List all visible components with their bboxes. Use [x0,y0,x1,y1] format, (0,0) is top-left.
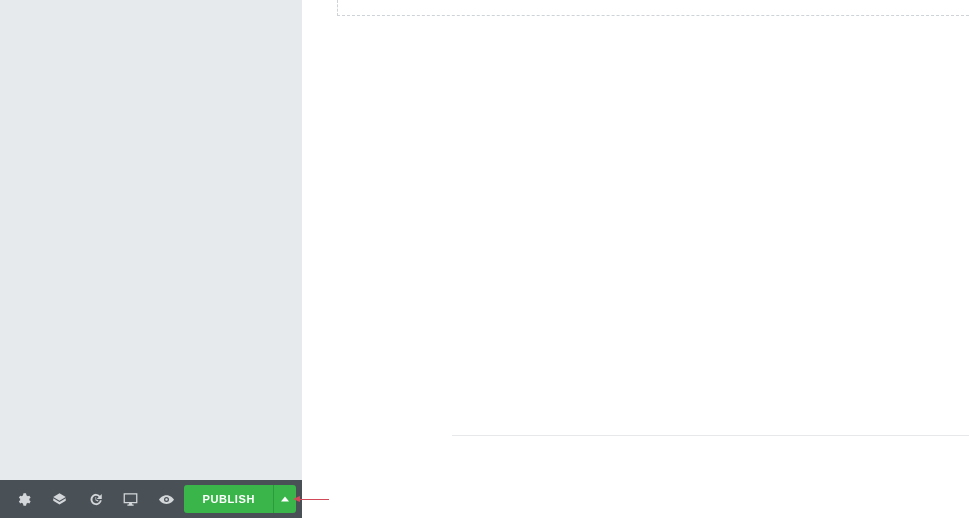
preview-button[interactable] [149,480,185,518]
navigator-button[interactable] [42,480,78,518]
gear-icon [16,492,31,507]
editor-footer-bar: PUBLISH [0,480,302,518]
eye-icon [159,492,174,507]
history-button[interactable] [77,480,113,518]
editor-canvas[interactable] [302,0,969,518]
publish-options-toggle[interactable] [273,485,296,513]
responsive-mode-button[interactable] [113,480,149,518]
history-icon [88,492,103,507]
section-divider [452,435,969,436]
caret-up-icon [281,495,289,503]
publish-button[interactable]: PUBLISH [184,485,272,513]
desktop-icon [123,492,138,507]
settings-button[interactable] [6,480,42,518]
layers-icon [52,492,67,507]
publish-button-group: PUBLISH [184,485,296,513]
editor-sidebar: PUBLISH [0,0,302,518]
section-drop-zone[interactable] [337,0,969,16]
